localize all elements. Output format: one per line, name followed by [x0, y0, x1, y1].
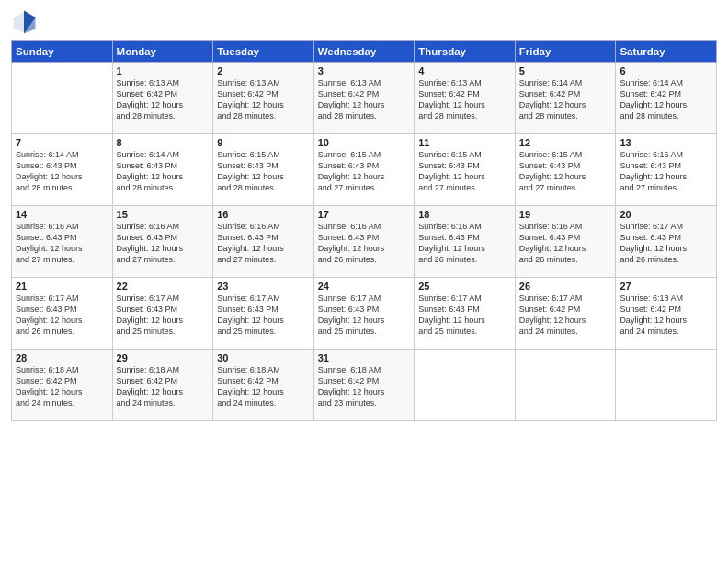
- day-info: Sunrise: 6:15 AM Sunset: 6:43 PM Dayligh…: [217, 149, 310, 194]
- day-number: 7: [16, 137, 108, 148]
- day-info: Sunrise: 6:16 AM Sunset: 6:43 PM Dayligh…: [217, 221, 310, 266]
- day-cell: 30Sunrise: 6:18 AM Sunset: 6:42 PM Dayli…: [213, 350, 314, 421]
- day-number: 23: [217, 281, 310, 292]
- logo: [11, 9, 40, 35]
- day-cell: 1Sunrise: 6:13 AM Sunset: 6:42 PM Daylig…: [112, 63, 213, 134]
- day-cell: 31Sunrise: 6:18 AM Sunset: 6:42 PM Dayli…: [313, 350, 415, 421]
- day-cell: 8Sunrise: 6:14 AM Sunset: 6:43 PM Daylig…: [112, 134, 213, 206]
- day-number: 1: [117, 65, 210, 76]
- day-cell: [515, 350, 616, 421]
- day-cell: 21Sunrise: 6:17 AM Sunset: 6:43 PM Dayli…: [12, 278, 113, 350]
- day-cell: 26Sunrise: 6:17 AM Sunset: 6:42 PM Dayli…: [515, 278, 616, 350]
- day-cell: 20Sunrise: 6:17 AM Sunset: 6:43 PM Dayli…: [616, 206, 717, 278]
- day-number: 2: [217, 65, 310, 76]
- day-header-friday: Friday: [515, 41, 616, 63]
- day-info: Sunrise: 6:15 AM Sunset: 6:43 PM Dayligh…: [620, 149, 712, 194]
- day-info: Sunrise: 6:15 AM Sunset: 6:43 PM Dayligh…: [418, 149, 511, 194]
- day-cell: 23Sunrise: 6:17 AM Sunset: 6:43 PM Dayli…: [213, 278, 314, 350]
- day-info: Sunrise: 6:16 AM Sunset: 6:43 PM Dayligh…: [318, 221, 411, 266]
- day-cell: [12, 63, 113, 134]
- header-row: [11, 9, 717, 35]
- day-info: Sunrise: 6:14 AM Sunset: 6:42 PM Dayligh…: [519, 77, 612, 122]
- header-row-days: SundayMondayTuesdayWednesdayThursdayFrid…: [12, 41, 717, 63]
- day-number: 6: [620, 65, 712, 76]
- day-number: 18: [418, 209, 511, 220]
- day-cell: 11Sunrise: 6:15 AM Sunset: 6:43 PM Dayli…: [415, 134, 516, 206]
- day-cell: 28Sunrise: 6:18 AM Sunset: 6:42 PM Dayli…: [12, 350, 113, 421]
- week-row-3: 14Sunrise: 6:16 AM Sunset: 6:43 PM Dayli…: [12, 206, 717, 278]
- day-info: Sunrise: 6:17 AM Sunset: 6:43 PM Dayligh…: [620, 221, 712, 266]
- day-number: 20: [620, 209, 712, 220]
- day-number: 10: [318, 137, 411, 148]
- day-info: Sunrise: 6:16 AM Sunset: 6:43 PM Dayligh…: [117, 221, 210, 266]
- day-cell: 3Sunrise: 6:13 AM Sunset: 6:42 PM Daylig…: [313, 63, 415, 134]
- week-row-1: 1Sunrise: 6:13 AM Sunset: 6:42 PM Daylig…: [12, 63, 717, 134]
- day-info: Sunrise: 6:18 AM Sunset: 6:42 PM Dayligh…: [16, 364, 108, 409]
- day-info: Sunrise: 6:16 AM Sunset: 6:43 PM Dayligh…: [418, 221, 511, 266]
- day-number: 11: [418, 137, 511, 148]
- day-cell: 13Sunrise: 6:15 AM Sunset: 6:43 PM Dayli…: [616, 134, 717, 206]
- day-number: 15: [117, 209, 210, 220]
- day-header-saturday: Saturday: [616, 41, 717, 63]
- day-number: 16: [217, 209, 310, 220]
- day-info: Sunrise: 6:18 AM Sunset: 6:42 PM Dayligh…: [620, 293, 712, 338]
- day-header-monday: Monday: [112, 41, 213, 63]
- day-cell: 6Sunrise: 6:14 AM Sunset: 6:42 PM Daylig…: [616, 63, 717, 134]
- day-cell: 5Sunrise: 6:14 AM Sunset: 6:42 PM Daylig…: [515, 63, 616, 134]
- day-info: Sunrise: 6:13 AM Sunset: 6:42 PM Dayligh…: [418, 77, 511, 122]
- day-header-sunday: Sunday: [12, 41, 113, 63]
- day-cell: 29Sunrise: 6:18 AM Sunset: 6:42 PM Dayli…: [112, 350, 213, 421]
- day-cell: 22Sunrise: 6:17 AM Sunset: 6:43 PM Dayli…: [112, 278, 213, 350]
- day-number: 24: [318, 281, 411, 292]
- day-cell: 7Sunrise: 6:14 AM Sunset: 6:43 PM Daylig…: [12, 134, 113, 206]
- day-info: Sunrise: 6:18 AM Sunset: 6:42 PM Dayligh…: [217, 364, 310, 409]
- day-info: Sunrise: 6:13 AM Sunset: 6:42 PM Dayligh…: [318, 77, 411, 122]
- day-info: Sunrise: 6:17 AM Sunset: 6:42 PM Dayligh…: [519, 293, 612, 338]
- day-cell: 14Sunrise: 6:16 AM Sunset: 6:43 PM Dayli…: [12, 206, 113, 278]
- day-info: Sunrise: 6:14 AM Sunset: 6:43 PM Dayligh…: [117, 149, 210, 194]
- calendar-header: SundayMondayTuesdayWednesdayThursdayFrid…: [12, 41, 717, 63]
- day-cell: 18Sunrise: 6:16 AM Sunset: 6:43 PM Dayli…: [415, 206, 516, 278]
- week-row-2: 7Sunrise: 6:14 AM Sunset: 6:43 PM Daylig…: [12, 134, 717, 206]
- day-number: 17: [318, 209, 411, 220]
- day-cell: [616, 350, 717, 421]
- day-number: 4: [418, 65, 511, 76]
- week-row-5: 28Sunrise: 6:18 AM Sunset: 6:42 PM Dayli…: [12, 350, 717, 421]
- day-number: 5: [519, 65, 612, 76]
- day-number: 9: [217, 137, 310, 148]
- day-info: Sunrise: 6:16 AM Sunset: 6:43 PM Dayligh…: [16, 221, 108, 266]
- day-cell: 24Sunrise: 6:17 AM Sunset: 6:43 PM Dayli…: [313, 278, 415, 350]
- day-cell: 4Sunrise: 6:13 AM Sunset: 6:42 PM Daylig…: [415, 63, 516, 134]
- day-number: 21: [16, 281, 108, 292]
- day-cell: 19Sunrise: 6:16 AM Sunset: 6:43 PM Dayli…: [515, 206, 616, 278]
- day-cell: [415, 350, 516, 421]
- logo-icon: [11, 9, 37, 35]
- day-number: 14: [16, 209, 108, 220]
- day-info: Sunrise: 6:14 AM Sunset: 6:43 PM Dayligh…: [16, 149, 108, 194]
- day-number: 26: [519, 281, 612, 292]
- day-cell: 16Sunrise: 6:16 AM Sunset: 6:43 PM Dayli…: [213, 206, 314, 278]
- day-cell: 9Sunrise: 6:15 AM Sunset: 6:43 PM Daylig…: [213, 134, 314, 206]
- day-number: 28: [16, 352, 108, 363]
- day-number: 3: [318, 65, 411, 76]
- day-cell: 15Sunrise: 6:16 AM Sunset: 6:43 PM Dayli…: [112, 206, 213, 278]
- day-number: 25: [418, 281, 511, 292]
- day-info: Sunrise: 6:18 AM Sunset: 6:42 PM Dayligh…: [117, 364, 210, 409]
- day-number: 30: [217, 352, 310, 363]
- day-number: 31: [318, 352, 411, 363]
- day-cell: 12Sunrise: 6:15 AM Sunset: 6:43 PM Dayli…: [515, 134, 616, 206]
- calendar-table: SundayMondayTuesdayWednesdayThursdayFrid…: [11, 40, 717, 421]
- day-cell: 10Sunrise: 6:15 AM Sunset: 6:43 PM Dayli…: [313, 134, 415, 206]
- day-cell: 17Sunrise: 6:16 AM Sunset: 6:43 PM Dayli…: [313, 206, 415, 278]
- day-info: Sunrise: 6:13 AM Sunset: 6:42 PM Dayligh…: [217, 77, 310, 122]
- day-info: Sunrise: 6:17 AM Sunset: 6:43 PM Dayligh…: [16, 293, 108, 338]
- day-info: Sunrise: 6:14 AM Sunset: 6:42 PM Dayligh…: [620, 77, 712, 122]
- day-cell: 2Sunrise: 6:13 AM Sunset: 6:42 PM Daylig…: [213, 63, 314, 134]
- day-cell: 27Sunrise: 6:18 AM Sunset: 6:42 PM Dayli…: [616, 278, 717, 350]
- day-info: Sunrise: 6:17 AM Sunset: 6:43 PM Dayligh…: [318, 293, 411, 338]
- day-number: 13: [620, 137, 712, 148]
- day-info: Sunrise: 6:15 AM Sunset: 6:43 PM Dayligh…: [318, 149, 411, 194]
- day-info: Sunrise: 6:17 AM Sunset: 6:43 PM Dayligh…: [117, 293, 210, 338]
- day-number: 8: [117, 137, 210, 148]
- calendar-container: SundayMondayTuesdayWednesdayThursdayFrid…: [0, 0, 728, 429]
